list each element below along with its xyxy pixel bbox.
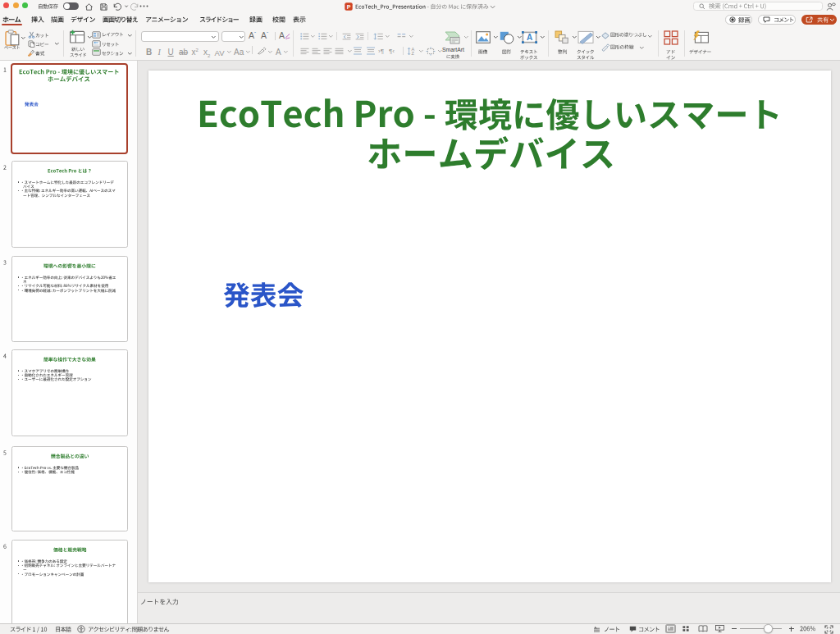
svg-text:Z: Z xyxy=(412,51,415,56)
svg-text:P: P xyxy=(347,3,351,9)
svg-text:A: A xyxy=(526,33,532,42)
